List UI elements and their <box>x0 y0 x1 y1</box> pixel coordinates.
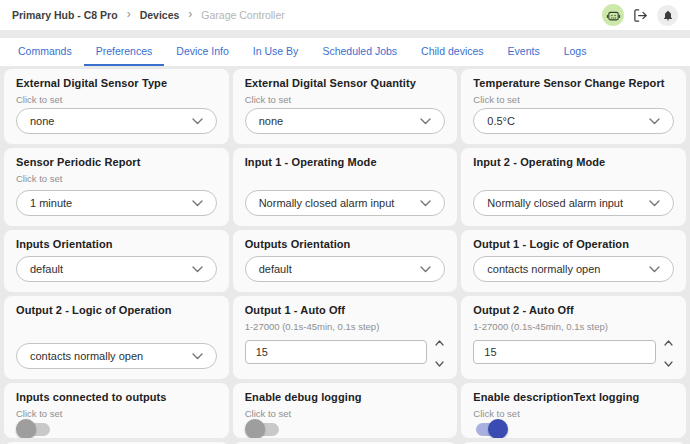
preference-title: Output 2 - Logic of Operation <box>16 304 217 316</box>
toggle-switch-enable-debug-logging[interactable] <box>245 419 281 438</box>
preference-title: Input 2 - Operating Mode <box>473 156 674 168</box>
preference-title: Inputs Orientation <box>16 238 217 250</box>
chevron-down-icon <box>192 200 203 207</box>
chevron-down-icon[interactable] <box>435 353 444 371</box>
breadcrumb-device-name: Garage Controller <box>201 9 284 21</box>
preference-card-inputs-orientation: Inputs Orientationdefault <box>4 230 229 292</box>
preference-subtitle: Click to set <box>245 408 446 419</box>
preference-title: External Digital Sensor Type <box>16 77 217 89</box>
preference-subtitle: 1-27000 (0.1s-45min, 0.1s step) <box>473 321 674 332</box>
preference-card-inputs-connected-to-outputs: Inputs connected to outputsClick to set <box>4 383 229 438</box>
select-value: Normally closed alarm input <box>487 197 623 209</box>
tabbar: CommandsPreferencesDevice InfoIn Use ByS… <box>0 38 690 66</box>
select-value: none <box>259 115 283 127</box>
preference-title: Output 1 - Logic of Operation <box>473 238 674 250</box>
preference-title: Output 2 - Auto Off <box>473 304 674 316</box>
preference-select-temperature-sensor-change-report[interactable]: 0.5°C <box>473 108 674 134</box>
notifications-bell-icon[interactable] <box>657 5 678 26</box>
toggle-knob <box>245 419 265 438</box>
preference-title: Output 1 - Auto Off <box>245 304 446 316</box>
preference-title: Enable descriptionText logging <box>473 391 674 403</box>
select-value: contacts normally open <box>30 350 143 362</box>
select-value: contacts normally open <box>487 263 600 275</box>
preference-card-output-2-auto-off: Output 2 - Auto Off1-27000 (0.1s-45min, … <box>461 296 686 379</box>
preferences-row: Output 2 - Logic of Operationcontacts no… <box>4 296 686 379</box>
chevron-down-icon <box>420 200 431 207</box>
preference-card-input-1-operating-mode: Input 1 - Operating ModeNormally closed … <box>233 148 458 226</box>
breadcrumb: Primary Hub - C8 Pro › Devices › Garage … <box>12 9 285 21</box>
preference-select-output-1-logic-of-operation[interactable]: contacts normally open <box>473 256 674 282</box>
preference-select-output-2-logic-of-operation[interactable]: contacts normally open <box>16 343 217 369</box>
chevron-down-icon <box>420 118 431 125</box>
chevron-down-icon[interactable] <box>664 353 673 371</box>
preferences-panel: External Digital Sensor TypeClick to set… <box>0 66 690 444</box>
preference-select-inputs-orientation[interactable]: default <box>16 256 217 282</box>
preference-title: Inputs connected to outputs <box>16 391 217 403</box>
chevron-right-icon: › <box>127 8 131 20</box>
tab-child-devices[interactable]: Child devices <box>409 38 495 66</box>
toggle-knob <box>16 419 36 438</box>
preferences-row: Sensor Periodic ReportClick to set1 minu… <box>4 148 686 226</box>
breadcrumb-hub[interactable]: Primary Hub - C8 Pro <box>12 9 118 21</box>
preference-title: Enable debug logging <box>245 391 446 403</box>
preferences-row: External Digital Sensor TypeClick to set… <box>4 69 686 144</box>
preference-subtitle: Click to set <box>16 173 217 184</box>
auto-off-input-output-2-auto-off[interactable] <box>473 340 656 364</box>
preference-card-output-1-logic-of-operation: Output 1 - Logic of Operationcontacts no… <box>461 230 686 292</box>
select-value: 0.5°C <box>487 115 515 127</box>
chevron-down-icon <box>420 266 431 273</box>
chevron-up-icon[interactable] <box>435 332 444 350</box>
preference-card-temperature-sensor-change-report: Temperature Sensor Change ReportClick to… <box>461 69 686 144</box>
preference-title: Sensor Periodic Report <box>16 156 217 168</box>
chevron-up-icon[interactable] <box>664 332 673 350</box>
tab-scheduled-jobs[interactable]: Scheduled Jobs <box>310 38 409 66</box>
tab-logs[interactable]: Logs <box>552 38 599 66</box>
chevron-down-icon <box>649 200 660 207</box>
select-value: 1 minute <box>30 197 72 209</box>
preference-select-external-digital-sensor-type[interactable]: none <box>16 108 217 134</box>
top-header: Primary Hub - C8 Pro › Devices › Garage … <box>0 0 690 30</box>
preference-subtitle: Click to set <box>16 94 217 105</box>
breadcrumb-devices[interactable]: Devices <box>140 9 180 21</box>
preference-select-sensor-periodic-report[interactable]: 1 minute <box>16 190 217 216</box>
preference-subtitle: Click to set <box>473 94 674 105</box>
tab-device-info[interactable]: Device Info <box>164 38 241 66</box>
number-stepper[interactable] <box>433 332 445 371</box>
chevron-right-icon: › <box>188 8 192 20</box>
tab-events[interactable]: Events <box>496 38 552 66</box>
preference-card-enable-descriptiontext-logging: Enable descriptionText loggingClick to s… <box>461 383 686 438</box>
preference-card-output-2-logic-of-operation: Output 2 - Logic of Operationcontacts no… <box>4 296 229 379</box>
tab-in-use-by[interactable]: In Use By <box>241 38 311 66</box>
preference-subtitle: Click to set <box>16 408 217 419</box>
select-value: default <box>30 263 63 275</box>
preference-card-external-digital-sensor-type: External Digital Sensor TypeClick to set… <box>4 69 229 144</box>
robot-avatar-icon[interactable] <box>602 4 624 26</box>
auto-off-input-output-1-auto-off[interactable] <box>245 340 428 364</box>
preference-select-outputs-orientation[interactable]: default <box>245 256 446 282</box>
number-stepper[interactable] <box>662 332 674 371</box>
preference-card-output-1-auto-off: Output 1 - Auto Off1-27000 (0.1s-45min, … <box>233 296 458 379</box>
toggle-knob <box>488 419 508 438</box>
toggle-switch-inputs-connected-to-outputs[interactable] <box>16 419 52 438</box>
header-actions <box>602 4 678 26</box>
chevron-down-icon <box>192 353 203 360</box>
preference-card-sensor-periodic-report: Sensor Periodic ReportClick to set1 minu… <box>4 148 229 226</box>
toggle-switch-enable-descriptiontext-logging[interactable] <box>473 419 509 438</box>
preference-card-external-digital-sensor-quantity: External Digital Sensor QuantityClick to… <box>233 69 458 144</box>
number-field-row <box>473 332 674 371</box>
preference-subtitle: 1-27000 (0.1s-45min, 0.1s step) <box>245 321 446 332</box>
preference-select-input-1-operating-mode[interactable]: Normally closed alarm input <box>245 190 446 216</box>
preference-select-input-2-operating-mode[interactable]: Normally closed alarm input <box>473 190 674 216</box>
chevron-down-icon <box>649 266 660 273</box>
preferences-row: Inputs connected to outputsClick to setE… <box>4 383 686 438</box>
preference-card-outputs-orientation: Outputs Orientationdefault <box>233 230 458 292</box>
number-field-row <box>245 332 446 371</box>
tab-preferences[interactable]: Preferences <box>84 38 165 66</box>
preference-title: External Digital Sensor Quantity <box>245 77 446 89</box>
preference-select-external-digital-sensor-quantity[interactable]: none <box>245 108 446 134</box>
logout-icon[interactable] <box>633 8 648 23</box>
chevron-down-icon <box>649 118 660 125</box>
preference-card-input-2-operating-mode: Input 2 - Operating ModeNormally closed … <box>461 148 686 226</box>
tab-commands[interactable]: Commands <box>6 38 84 66</box>
select-value: none <box>30 115 54 127</box>
